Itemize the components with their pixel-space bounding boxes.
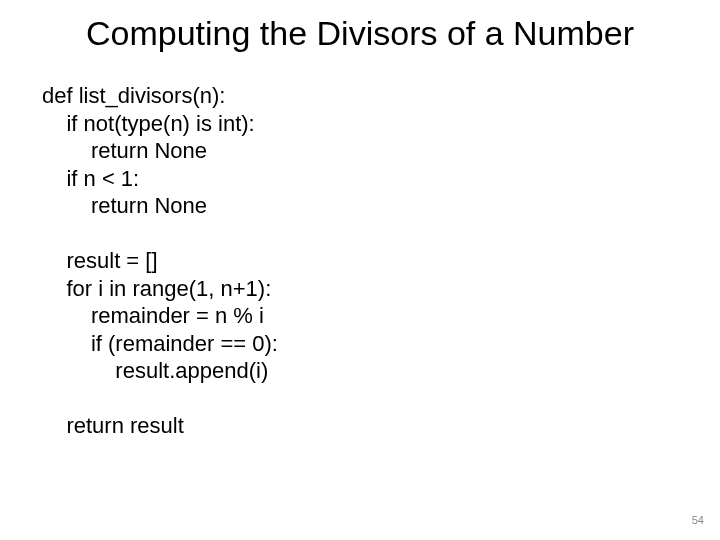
slide-title: Computing the Divisors of a Number [0,14,720,53]
page-number: 54 [692,514,704,526]
code-block: def list_divisors(n): if not(type(n) is … [42,82,278,440]
slide: Computing the Divisors of a Number def l… [0,0,720,540]
